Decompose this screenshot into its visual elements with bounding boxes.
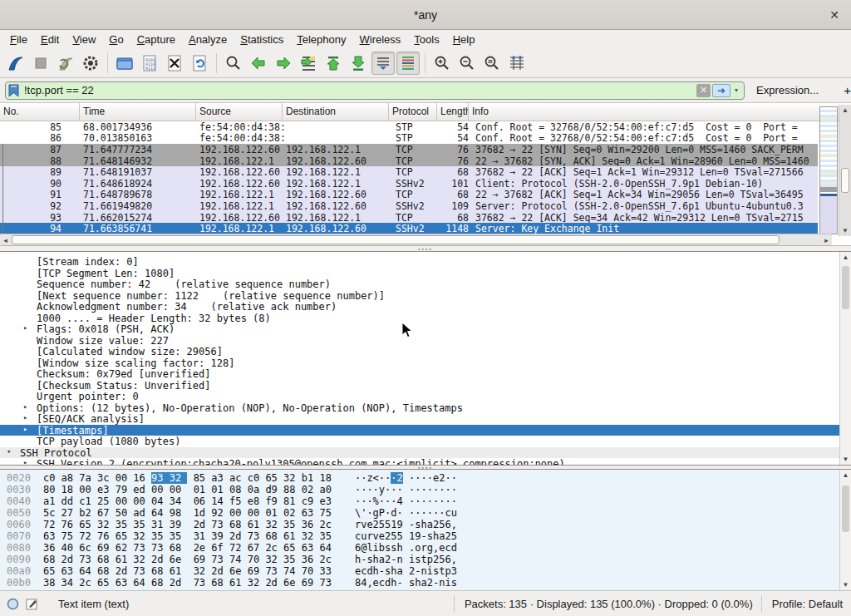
add-filter-button[interactable]: + [839,83,851,97]
detail-line[interactable]: [Calculated window size: 29056] [0,346,851,357]
go-last-button[interactable] [347,52,370,75]
restart-capture-button[interactable] [54,52,77,75]
resize-columns-button[interactable] [505,52,529,75]
column-header-no[interactable]: No. [0,103,80,121]
find-packet-button[interactable] [222,52,245,75]
detail-line[interactable]: [Window size scaling factor: 128] [0,357,851,369]
zoom-out-button[interactable] [455,52,479,75]
zoom-in-button[interactable] [430,52,454,75]
scrollbar-thumb[interactable] [842,266,849,309]
detail-line[interactable]: 1000 .... = Header Length: 32 bytes (8) [0,313,851,324]
detail-line[interactable]: [Checksum Status: Unverified] [0,380,851,392]
start-capture-button[interactable] [4,52,27,75]
stop-capture-button[interactable] [29,52,52,75]
menu-file[interactable]: File [3,32,34,47]
expanded-arrow-icon[interactable]: ▾ [7,447,11,456]
hex-row-0090[interactable]: 009068 2d 73 68 61 32 2d 6e 69 73 74 70 … [0,554,851,565]
scrollbar-thumb[interactable] [841,168,849,193]
save-file-button[interactable]: 010101100111 [138,52,161,75]
column-header-source[interactable]: Source [196,103,283,121]
hex-row-00b0[interactable]: 00b038 34 2c 65 63 64 68 2d 73 68 61 32 … [0,577,851,589]
hex-row-0070[interactable]: 007063 75 72 76 65 32 35 35 31 39 2d 73 … [0,530,851,542]
display-filter-input[interactable]: !tcp.port == 22 ✕ ➜ ▾ [5,81,745,100]
reload-file-button[interactable] [188,52,211,75]
detail-line[interactable]: ▸[SEQ/ACK analysis] [0,413,851,425]
zoom-original-button[interactable] [480,52,504,75]
detail-line[interactable]: Urgent pointer: 0 [0,391,851,402]
hex-row-0030[interactable]: 003080 18 00 e3 79 ed 00 00 01 01 08 0a … [0,484,851,495]
go-forward-button[interactable] [272,52,295,75]
detail-line[interactable]: ▾SSH Protocol [0,447,851,459]
filter-dropdown-icon[interactable]: ▾ [735,86,738,94]
profile-button[interactable]: Profile: Default [761,596,844,612]
detail-line[interactable]: Checksum: 0x79ed [unverified] [0,368,851,380]
go-back-button[interactable] [247,52,270,75]
close-window-icon[interactable]: ✕ [826,7,843,23]
detail-line[interactable]: [TCP Segment Len: 1080] [0,268,851,279]
packet-row-87[interactable]: 8771.647777234192.168.122.60192.168.122.… [0,144,818,155]
scroll-up-icon[interactable]: ▲ [843,252,849,263]
collapsed-arrow-icon[interactable]: ▸ [23,458,27,466]
menu-tools[interactable]: Tools [407,32,445,47]
capture-comment-icon[interactable] [26,598,38,610]
packet-row-90[interactable]: 9071.648618924192.168.122.60192.168.122.… [0,178,818,190]
scroll-left-icon[interactable]: ◂ [0,236,11,244]
detail-line[interactable]: Acknowledgment number: 34 (relative ack … [0,301,851,313]
scroll-down-icon[interactable]: ▼ [843,454,849,465]
menu-statistics[interactable]: Statistics [234,32,290,47]
go-first-button[interactable] [322,52,345,75]
packet-row-93[interactable]: 9371.662015274192.168.122.60192.168.122.… [0,212,818,224]
column-header-destination[interactable]: Destination [283,103,389,121]
menu-edit[interactable]: Edit [34,32,66,47]
details-vertical-scrollbar[interactable]: ▲ ▼ [839,252,851,465]
hex-row-00a0[interactable]: 00a065 63 64 68 2d 73 68 61 32 2d 6e 69 … [0,565,851,577]
auto-scroll-button[interactable] [371,52,395,75]
menu-analyze[interactable]: Analyze [182,32,234,47]
scroll-up-icon[interactable]: ▲ [842,105,849,116]
capture-options-button[interactable] [79,52,102,75]
bytes-vertical-scrollbar[interactable]: ▲ ▼ [839,470,851,590]
column-header-info[interactable]: Info [469,103,851,121]
collapsed-arrow-icon[interactable]: ▸ [23,413,27,421]
detail-line[interactable]: [Stream index: 0] [0,256,851,268]
menu-go[interactable]: Go [102,32,130,47]
packet-row-88[interactable]: 8871.648146932192.168.122.1192.168.122.6… [0,155,818,167]
packet-row-85[interactable]: 8568.001734936fe:54:00:d4:38:2aSTP54Conf… [0,121,818,133]
menu-wireless[interactable]: Wireless [353,32,408,47]
scroll-down-icon[interactable]: ▼ [842,225,849,236]
column-header-time[interactable]: Time [80,103,196,121]
packet-row-92[interactable]: 9271.661949820192.168.122.1192.168.122.6… [0,200,818,212]
column-header-length[interactable]: Length [437,103,469,121]
expression-button[interactable]: Expression... [756,84,819,96]
close-file-button[interactable] [163,52,186,75]
scroll-right-icon[interactable]: ▸ [821,236,832,244]
hex-row-0020[interactable]: 0020c0 a8 7a 3c 00 16 93 32 85 a3 ac c0 … [0,472,851,484]
hex-row-0050[interactable]: 00505c 27 b2 67 50 ad 64 98 1d 92 00 00 … [0,507,851,519]
packet-list-horizontal-scrollbar[interactable]: ◂ ▸ [0,234,832,245]
detail-line[interactable]: Sequence number: 42 (relative sequence n… [0,278,851,290]
menu-view[interactable]: View [66,32,102,47]
hex-row-0040[interactable]: 0040a1 dd c1 25 00 00 04 34 06 14 f5 e8 … [0,495,851,507]
colorize-button[interactable] [396,52,420,75]
detail-line[interactable]: ▸Flags: 0x018 (PSH, ACK) [0,323,851,335]
filter-bookmark-icon[interactable] [8,84,19,97]
open-file-button[interactable] [113,52,136,75]
column-header-protocol[interactable]: Protocol [389,103,437,121]
detail-line[interactable]: ▸[Timestamps] [0,425,851,436]
scroll-up-icon[interactable]: ▲ [843,470,849,480]
menu-capture[interactable]: Capture [130,32,182,47]
scroll-down-icon[interactable]: ▼ [843,579,849,590]
detail-line[interactable]: [Next sequence number: 1122 (relative se… [0,290,851,302]
filter-clear-icon[interactable]: ✕ [696,84,711,97]
detail-line[interactable]: Window size value: 227 [0,335,851,347]
collapsed-arrow-icon[interactable]: ▸ [23,425,27,433]
menu-telephony[interactable]: Telephony [290,32,352,47]
filter-apply-icon[interactable]: ➜ [712,84,730,97]
scrollbar-thumb[interactable] [842,485,849,532]
expert-info-icon[interactable] [7,598,19,610]
packet-list-vertical-scrollbar[interactable]: ▲ ▼ [839,105,851,236]
packet-row-86[interactable]: 8670.013850163fe:54:00:d4:38:2aSTP54Conf… [0,133,818,145]
intelligent-scrollbar-minimap[interactable] [819,106,838,234]
hex-row-0080[interactable]: 008036 40 6c 69 62 73 73 68 2e 6f 72 67 … [0,542,851,554]
detail-line[interactable]: TCP payload (1080 bytes) [0,436,851,447]
